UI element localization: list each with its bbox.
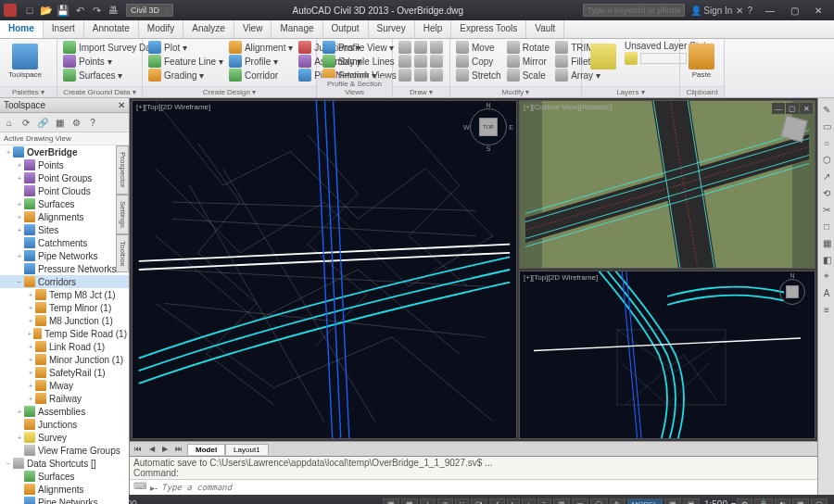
qat-redo-icon[interactable]: ↷ (89, 3, 104, 18)
tree-node[interactable]: +Minor Junction (1) (0, 353, 129, 366)
sb-lock-icon[interactable]: 🔒 (754, 498, 773, 505)
side-tab-settings[interactable]: Settings (116, 195, 129, 234)
workspace-dropdown[interactable]: Civil 3D (126, 4, 173, 17)
viewport-label[interactable]: [+][Custom View][Realistic] (524, 103, 612, 111)
layout-next-icon[interactable]: ▶ (159, 445, 171, 453)
annotation-scale[interactable]: 1:500 (704, 499, 727, 505)
viewcube[interactable]: N (779, 279, 805, 305)
sb-osnap-button[interactable]: □ (455, 498, 469, 505)
group-title[interactable]: Create Ground Data ▾ (57, 86, 142, 97)
model-space-button[interactable]: MODEL (627, 498, 663, 505)
sb-lwt-button[interactable]: ≡ (537, 498, 551, 505)
side-tool-4[interactable]: ↗ (819, 169, 834, 183)
scale-button[interactable]: Scale (505, 69, 551, 82)
tree-node[interactable]: Alignments (0, 483, 129, 496)
mirror-button[interactable]: Mirror (505, 55, 551, 68)
layer-props-button[interactable] (586, 41, 621, 73)
menu-tab-modify[interactable]: Modify (139, 20, 183, 38)
tree-node[interactable]: +Pipe Networks (0, 249, 129, 262)
ts-settings-icon[interactable]: ⚙ (69, 115, 83, 130)
draw-circle-button[interactable] (397, 69, 445, 82)
draw-arc-button[interactable] (397, 55, 445, 68)
sb-trans-button[interactable]: ▥ (553, 498, 570, 505)
side-tool-12[interactable]: ≡ (819, 302, 834, 317)
menu-tab-analyze[interactable]: Analyze (183, 20, 234, 38)
active-drawing-label[interactable]: Active Drawing View (0, 132, 129, 145)
tree-node[interactable]: Pipe Networks (0, 496, 129, 504)
menu-tab-help[interactable]: Help (415, 20, 452, 38)
sb-otrack-button[interactable]: ∠ (489, 498, 505, 505)
rotate-button[interactable]: Rotate (505, 41, 551, 54)
group-title[interactable]: Draw ▾ (393, 86, 449, 97)
side-tool-6[interactable]: ✂ (819, 202, 834, 217)
sb-sc-button[interactable]: ◯ (590, 498, 608, 505)
sb-ws-button[interactable]: ⚙ (737, 498, 752, 505)
viewport-3[interactable]: [+][Top][2D Wireframe] N (519, 271, 815, 439)
sb-qp-button[interactable]: ▭ (572, 498, 588, 505)
sb-ortho-button[interactable]: ⊥ (420, 498, 436, 505)
layout-prev-icon[interactable]: ◀ (146, 445, 158, 453)
group-title[interactable]: Create Design ▾ (143, 86, 316, 97)
qat-open-icon[interactable]: 📂 (39, 3, 54, 18)
tree-node[interactable]: +Link Road (1) (0, 340, 129, 353)
sb-hw-button[interactable]: ◐ (775, 498, 790, 505)
tree-node[interactable]: +Mway (0, 379, 129, 392)
signin-button[interactable]: 👤 Sign In (690, 6, 733, 16)
menu-tab-home[interactable]: Home (0, 20, 44, 38)
viewport-label[interactable]: [+][Top][2D Wireframe] (136, 103, 210, 111)
side-tool-8[interactable]: ▦ (819, 235, 834, 250)
sb-layout-button[interactable]: ▦ (664, 498, 681, 505)
tree-node[interactable]: Surfaces (0, 470, 129, 483)
sb-3dosnap-button[interactable]: ◪ (471, 498, 487, 505)
qat-new-icon[interactable]: □ (22, 3, 37, 18)
layout-tab-layout1[interactable]: Layout1 (225, 444, 268, 455)
vp-min-icon[interactable]: — (772, 103, 785, 114)
tree-node[interactable]: +Surfaces (0, 197, 129, 210)
viewcube[interactable] (783, 118, 805, 140)
layout-last-icon[interactable]: ⏭ (172, 445, 185, 453)
sb-clean-button[interactable]: ▢ (811, 498, 828, 505)
group-title[interactable]: Palettes ▾ (0, 86, 57, 97)
viewport-2[interactable]: [+][Custom View][Realistic] —▢✕ (519, 100, 815, 269)
close-button[interactable]: ✕ (806, 3, 830, 18)
sb-qv-button[interactable]: ▣ (683, 498, 700, 505)
tree-node[interactable]: −Data Shortcuts [] (0, 457, 129, 470)
side-tool-2[interactable]: ○ (819, 135, 834, 150)
side-tool-11[interactable]: A (819, 285, 834, 300)
side-tool-3[interactable]: ⬡ (819, 152, 834, 167)
tree-node[interactable]: +M8 Junction (1) (0, 314, 129, 327)
minimize-button[interactable]: — (758, 3, 782, 18)
tree-node[interactable]: +Alignments (0, 210, 129, 223)
sb-am-button[interactable]: ✎ (610, 498, 626, 505)
menu-tab-view[interactable]: View (234, 20, 272, 38)
layout-tab-model[interactable]: Model (187, 444, 225, 455)
side-tab-prospector[interactable]: Prospector (116, 145, 129, 195)
menu-tab-vault[interactable]: Vault (526, 20, 564, 38)
menu-tab-annotate[interactable]: Annotate (84, 20, 139, 38)
menu-tab-survey[interactable]: Survey (369, 20, 415, 38)
tree-node[interactable]: Catchments (0, 236, 129, 249)
maximize-button[interactable]: ▢ (782, 3, 806, 18)
menu-tab-insert[interactable]: Insert (44, 20, 84, 38)
toolspace-button[interactable]: Toolspace (4, 41, 46, 82)
side-tool-5[interactable]: ⟲ (819, 185, 834, 200)
tree-node[interactable]: +OverBridge (0, 145, 129, 158)
menu-tab-express-tools[interactable]: Express Tools (451, 20, 526, 38)
tree-node[interactable]: −Corridors (0, 275, 129, 288)
paste-button[interactable]: Paste (684, 41, 719, 82)
featureline-button[interactable]: Feature Line ▾ (146, 55, 225, 68)
move-button[interactable]: Move (454, 41, 503, 54)
draw-line-button[interactable] (397, 41, 445, 54)
tree-node[interactable]: Point Clouds (0, 184, 129, 197)
profile-button[interactable]: Profile ▾ (227, 55, 295, 68)
sb-snap-button[interactable]: ▦ (383, 498, 399, 505)
app-icon[interactable] (4, 4, 17, 17)
command-input[interactable] (161, 483, 814, 492)
stretch-button[interactable]: Stretch (454, 69, 503, 82)
tree-node[interactable]: Pressure Networks (0, 262, 129, 275)
side-tool-0[interactable]: ✎ (819, 102, 834, 117)
qat-save-icon[interactable]: 💾 (56, 3, 70, 18)
tree-node[interactable]: +Point Groups (0, 171, 129, 184)
menu-tab-manage[interactable]: Manage (272, 20, 322, 38)
vp-max-icon[interactable]: ▢ (786, 103, 799, 114)
